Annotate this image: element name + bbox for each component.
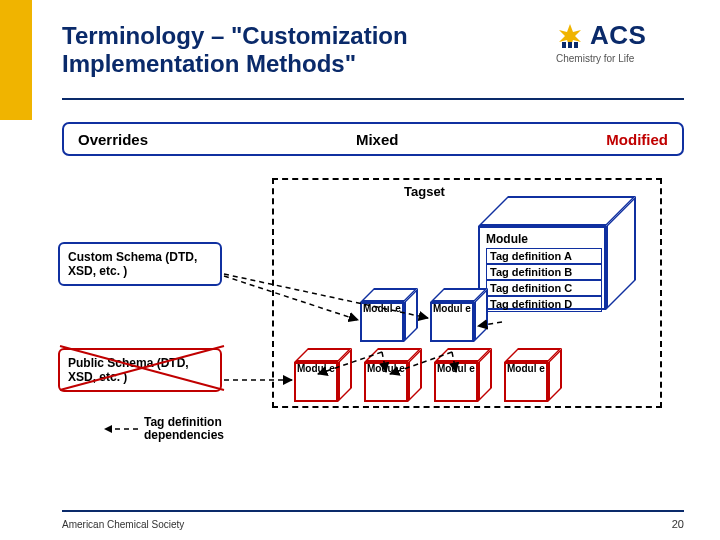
legend-text: Tag definition dependencies: [144, 416, 224, 442]
acs-logo: ACS Chemistry for Life: [556, 20, 684, 64]
module-small-upper-1: Modul e: [360, 288, 418, 342]
module-small-label: Modul e: [507, 364, 547, 375]
logo-acronym: ACS: [590, 20, 646, 51]
module-label: Module: [486, 232, 528, 246]
module-cube: Module Tag definition A Tag definition B…: [478, 196, 638, 310]
tag-def-d: Tag definition D: [486, 296, 602, 312]
svg-marker-15: [104, 425, 112, 433]
header-row: Overrides Mixed Modified: [62, 122, 684, 156]
module-small-lower-1: Modul e: [294, 348, 352, 402]
module-small-label: Modul e: [367, 364, 407, 375]
module-small-label: Modul e: [297, 364, 337, 375]
logo-tagline: Chemistry for Life: [556, 53, 684, 64]
header-mixed: Mixed: [356, 131, 399, 148]
sunburst-icon: [556, 22, 584, 50]
tagset-label: Tagset: [404, 184, 445, 199]
svg-rect-2: [568, 42, 572, 48]
svg-rect-3: [574, 42, 578, 48]
header-modified: Modified: [606, 131, 668, 148]
custom-schema-box: Custom Schema (DTD, XSD, etc. ): [58, 242, 222, 286]
tag-def-c: Tag definition C: [486, 280, 602, 296]
legend: Tag definition dependencies: [104, 416, 224, 442]
module-small-upper-2: Modul e: [430, 288, 488, 342]
slide-title: Terminology – "Customization Implementat…: [62, 22, 482, 77]
header-overrides: Overrides: [78, 131, 148, 148]
module-small-lower-3: Modul e: [434, 348, 492, 402]
footer-text: American Chemical Society: [62, 519, 184, 530]
dashed-arrow-icon: [104, 422, 140, 436]
module-small-lower-4: Modul e: [504, 348, 562, 402]
slide-number: 20: [672, 518, 684, 530]
divider-bottom: [62, 510, 684, 512]
svg-rect-1: [562, 42, 566, 48]
accent-bar: [0, 0, 32, 120]
cross-out-icon: [52, 340, 232, 396]
module-small-lower-2: Modul e: [364, 348, 422, 402]
divider-top: [62, 98, 684, 100]
module-small-label: Modul e: [433, 304, 473, 315]
module-small-label: Modul e: [437, 364, 477, 375]
module-small-label: Modul e: [363, 304, 403, 315]
tag-def-a: Tag definition A: [486, 248, 602, 264]
tag-def-b: Tag definition B: [486, 264, 602, 280]
diagram-stage: Tagset Module Tag definition A Tag defin…: [62, 170, 684, 490]
